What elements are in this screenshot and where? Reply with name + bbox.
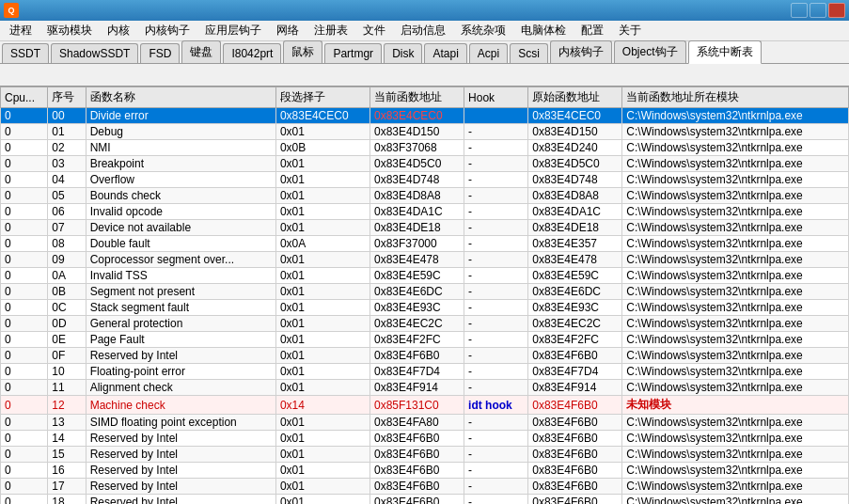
cell-3: 0x0B	[275, 140, 369, 156]
cell-3: 0x01	[275, 479, 369, 495]
cell-1: 14	[48, 431, 86, 447]
tab-鼠标[interactable]: 鼠标	[283, 40, 322, 63]
maximize-button[interactable]	[810, 3, 826, 18]
cell-2: Coprocessor segment over...	[86, 252, 275, 268]
menu-item-电脑体检[interactable]: 电脑体检	[513, 21, 574, 40]
menu-item-文件[interactable]: 文件	[355, 21, 393, 40]
cell-6: 0x83E4CEC0	[528, 108, 622, 124]
cell-6: 0x83E4D8A8	[528, 188, 622, 204]
cell-2: Floating-point error	[86, 364, 275, 380]
cell-5: -	[464, 447, 528, 463]
cell-3: 0x01	[275, 415, 369, 431]
cell-4: 0x83E4F6B0	[369, 447, 464, 463]
cell-3: 0x01	[275, 268, 369, 284]
cell-3: 0x01	[275, 300, 369, 316]
menu-item-应用层钩子[interactable]: 应用层钩子	[197, 21, 269, 40]
menu-item-关于[interactable]: 关于	[611, 21, 649, 40]
menu-item-网络[interactable]: 网络	[269, 21, 307, 40]
cell-4: 0x83E4E6DC	[369, 284, 464, 300]
menu-item-内核[interactable]: 内核	[100, 21, 137, 40]
cell-0: 0	[1, 316, 48, 332]
minimize-button[interactable]	[791, 3, 808, 18]
cell-7: C:\Windows\system32\ntkrnlpa.exe	[622, 431, 849, 447]
menu-item-内核钩子[interactable]: 内核钩子	[137, 21, 197, 40]
cell-1: 0E	[48, 332, 86, 348]
tab-Partmgr[interactable]: Partmgr	[324, 43, 382, 63]
cell-3: 0x01	[275, 364, 369, 380]
tab-Scsi[interactable]: Scsi	[510, 43, 548, 63]
cell-1: 0B	[48, 284, 86, 300]
tab-ShadowSSDT[interactable]: ShadowSSDT	[51, 43, 138, 63]
cell-3: 0x0A	[275, 236, 369, 252]
tab-Disk[interactable]: Disk	[384, 43, 422, 63]
cell-5: -	[464, 284, 528, 300]
tab-SSDT[interactable]: SSDT	[2, 43, 49, 63]
cell-5: -	[464, 252, 528, 268]
cell-3: 0x01	[275, 463, 369, 479]
tab-内核钩子[interactable]: 内核钩子	[550, 40, 612, 63]
cell-6: 0x83E4D5C0	[528, 156, 622, 172]
cell-0: 0	[1, 300, 48, 316]
cell-4: 0x83E4F2FC	[369, 332, 464, 348]
cell-4: 0x83E4D150	[369, 124, 464, 140]
cell-4: 0x83E4CEC0	[369, 108, 464, 124]
table-row: 016Reserved by Intel0x010x83E4F6B0-0x83E…	[1, 463, 849, 479]
cell-4: 0x83E4F6B0	[369, 495, 464, 505]
table-row: 00CStack segment fault0x010x83E4E93C-0x8…	[1, 300, 849, 316]
cell-1: 0C	[48, 300, 86, 316]
menu-item-注册表[interactable]: 注册表	[307, 21, 355, 40]
table-row: 007Device not available0x010x83E4DE18-0x…	[1, 220, 849, 236]
close-button[interactable]	[828, 3, 845, 18]
cell-5: -	[464, 479, 528, 495]
cell-5: -	[464, 380, 528, 396]
cell-2: Debug	[86, 124, 275, 140]
tab-FSD[interactable]: FSD	[140, 43, 180, 63]
cell-0: 0	[1, 348, 48, 364]
tab-Atapi[interactable]: Atapi	[424, 43, 466, 63]
cell-2: Bounds check	[86, 188, 275, 204]
cell-6: 0x83E4E59C	[528, 268, 622, 284]
cell-6: 0x83E4F6B0	[528, 396, 622, 415]
cell-5: -	[464, 348, 528, 364]
table-row: 00EPage Fault0x010x83E4F2FC-0x83E4F2FCC:…	[1, 332, 849, 348]
tab-I8042prt[interactable]: I8042prt	[223, 43, 281, 63]
cell-5: -	[464, 300, 528, 316]
menu-bar: 进程驱动模块内核内核钩子应用层钩子网络注册表文件启动信息系统杂项电脑体检配置关于	[0, 21, 849, 41]
tab-Acpi[interactable]: Acpi	[469, 43, 508, 63]
col-header-2: 函数名称	[86, 87, 275, 108]
cell-4: 0x83E4F6B0	[369, 479, 464, 495]
cell-1: 17	[48, 479, 86, 495]
cell-7: C:\Windows\system32\ntkrnlpa.exe	[622, 479, 849, 495]
cell-3: 0x01	[275, 284, 369, 300]
cell-5: -	[464, 172, 528, 188]
cell-5: -	[464, 124, 528, 140]
cell-4: 0x83E4D8A8	[369, 188, 464, 204]
table-row: 011Alignment check0x010x83E4F914-0x83E4F…	[1, 380, 849, 396]
table-row: 006Invalid opcode0x010x83E4DA1C-0x83E4DA…	[1, 204, 849, 220]
cell-6: 0x83E4F6B0	[528, 495, 622, 505]
col-header-7: 当前函数地址所在模块	[622, 87, 849, 108]
cell-0: 0	[1, 252, 48, 268]
menu-item-启动信息[interactable]: 启动信息	[393, 21, 453, 40]
cell-0: 0	[1, 447, 48, 463]
cell-7: C:\Windows\system32\ntkrnlpa.exe	[622, 300, 849, 316]
cell-0: 0	[1, 415, 48, 431]
table-row: 002NMI0x0B0x83F37068-0x83E4D240C:\Window…	[1, 140, 849, 156]
cell-6: 0x83E4F6B0	[528, 415, 622, 431]
menu-item-系统杂项[interactable]: 系统杂项	[453, 21, 513, 40]
tab-系统中断表[interactable]: 系统中断表	[688, 40, 762, 64]
tab-Object钩子[interactable]: Object钩子	[614, 40, 686, 63]
cell-7: C:\Windows\system32\ntkrnlpa.exe	[622, 495, 849, 505]
cell-4: 0x83E4F6B0	[369, 463, 464, 479]
cell-5: -	[464, 463, 528, 479]
cell-2: Page Fault	[86, 332, 275, 348]
menu-item-驱动模块[interactable]: 驱动模块	[39, 21, 100, 40]
cell-2: Machine check	[86, 396, 275, 415]
tab-键盘[interactable]: 键盘	[181, 40, 221, 63]
menu-item-配置[interactable]: 配置	[574, 21, 611, 40]
cell-0: 0	[1, 495, 48, 505]
col-header-5: Hook	[464, 87, 528, 108]
menu-item-进程[interactable]: 进程	[2, 21, 39, 40]
cell-7: C:\Windows\system32\ntkrnlpa.exe	[622, 364, 849, 380]
cell-4: 0x83E4D748	[369, 172, 464, 188]
